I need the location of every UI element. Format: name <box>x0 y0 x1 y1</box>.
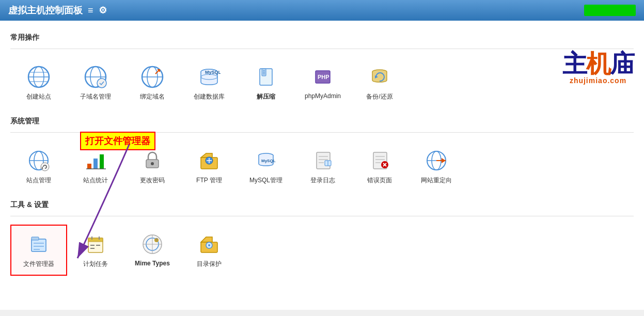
svg-point-79 <box>208 244 210 246</box>
extract-item[interactable]: 解压缩 <box>238 57 294 108</box>
section-sys-mgmt: 系统管理 站点管理 站点统计 更改密码 <box>10 117 634 192</box>
backup-label: 备份/还原 <box>366 92 392 101</box>
error-page-icon <box>367 148 392 173</box>
backup-item[interactable]: 备份/还原 <box>351 57 408 108</box>
site-stats-icon <box>83 148 108 173</box>
settings-icon[interactable]: ⚙ <box>99 5 107 16</box>
svg-rect-31 <box>93 159 98 169</box>
site-mgmt-icon <box>26 148 51 173</box>
app-title: 虚拟主机控制面板 <box>8 4 83 17</box>
create-site-icon <box>26 65 51 89</box>
dir-protect-label: 目录保护 <box>197 260 222 268</box>
logo-text: 主机庙 <box>562 52 634 76</box>
dir-protect-icon <box>197 232 222 257</box>
extract-label: 解压缩 <box>257 92 275 101</box>
logo-sub: zhujimiao.com <box>562 76 634 85</box>
create-site-item[interactable]: 创建站点 <box>10 57 67 108</box>
login-log-label: 登录日志 <box>310 176 335 185</box>
create-db-item[interactable]: MySQL 创建数据库 <box>181 57 238 108</box>
create-site-label: 创建站点 <box>26 92 51 101</box>
create-db-label: 创建数据库 <box>194 92 225 101</box>
logo-area: 主机庙 zhujimiao.com <box>562 52 634 85</box>
section-title-tools: 工具 & 设置 <box>10 200 634 210</box>
login-log-icon <box>310 148 335 173</box>
mime-types-icon <box>140 232 165 257</box>
bind-domain-label: 绑定域名 <box>140 92 165 101</box>
subdomain-item[interactable]: 子域名管理 <box>67 57 124 108</box>
section-common-ops: 常用操作 创建站点 子域名管理 绑定域名 <box>10 33 634 108</box>
svg-text:MySQL: MySQL <box>205 70 221 75</box>
create-db-icon: MySQL <box>197 65 222 89</box>
ftp-mgmt-item[interactable]: FTP 管理 <box>181 141 238 192</box>
change-pwd-label: 更改密码 <box>140 176 165 185</box>
subdomain-label: 子域名管理 <box>80 92 111 101</box>
dir-protect-item[interactable]: 目录保护 <box>181 225 238 276</box>
extract-icon <box>254 65 278 89</box>
svg-text:PHP: PHP <box>318 74 329 80</box>
bind-domain-item[interactable]: 绑定域名 <box>124 57 181 108</box>
site-mgmt-label: 站点管理 <box>26 176 51 185</box>
mime-types-label: Mime Types <box>135 260 170 267</box>
svg-point-9 <box>97 78 106 88</box>
divider-common <box>10 49 634 49</box>
svg-rect-61 <box>32 237 39 240</box>
file-manager-icon <box>26 232 51 257</box>
mime-types-item[interactable]: Mime Types <box>124 225 181 276</box>
phpmyadmin-icon: PHP <box>310 65 335 89</box>
subdomain-icon <box>83 65 108 89</box>
ftp-mgmt-icon <box>197 148 222 173</box>
cron-item[interactable]: 计划任务 <box>67 225 124 276</box>
menu-icon[interactable]: ≡ <box>88 5 93 16</box>
site-mgmt-item[interactable]: 站点管理 <box>10 141 67 192</box>
error-page-item[interactable]: 错误页面 <box>351 141 408 192</box>
bind-domain-icon <box>140 65 165 89</box>
phpmyadmin-label: phpMyAdmin <box>305 92 341 100</box>
status-bar <box>584 5 636 16</box>
tools-settings-grid: 文件管理器 计划任务 Mime Types 目录保护 <box>10 225 634 276</box>
change-pwd-icon <box>140 148 165 173</box>
divider-tools <box>10 216 634 216</box>
section-title-sys: 系统管理 <box>10 117 634 126</box>
annotation-box: 打开文件管理器 <box>80 132 155 150</box>
backup-icon <box>367 65 392 89</box>
redirect-label: 网站重定向 <box>421 176 452 185</box>
svg-rect-66 <box>88 238 103 242</box>
mysql-mgmt-label: MySQL管理 <box>249 176 282 185</box>
svg-rect-32 <box>100 154 104 169</box>
site-stats-label: 站点统计 <box>83 176 108 185</box>
error-page-label: 错误页面 <box>367 176 392 185</box>
svg-rect-30 <box>87 164 91 169</box>
cron-label: 计划任务 <box>83 260 108 268</box>
common-ops-grid: 创建站点 子域名管理 绑定域名 MySQL 创建数据库 <box>10 57 634 108</box>
svg-point-35 <box>151 162 154 165</box>
header: 虚拟主机控制面板 ≡ ⚙ <box>0 0 644 21</box>
redirect-item[interactable]: 网站重定向 <box>408 141 465 192</box>
login-log-item[interactable]: 登录日志 <box>294 141 351 192</box>
mysql-mgmt-icon: MySQL <box>254 148 278 173</box>
mysql-mgmt-item[interactable]: MySQL MySQL管理 <box>238 141 294 192</box>
section-title-common: 常用操作 <box>10 33 634 42</box>
file-manager-item[interactable]: 文件管理器 <box>10 225 67 276</box>
svg-text:MySQL: MySQL <box>261 159 276 163</box>
file-manager-label: 文件管理器 <box>23 260 54 268</box>
section-tools-settings: 工具 & 设置 文件管理器 计划任务 Mime Types <box>10 200 634 276</box>
header-left: 虚拟主机控制面板 ≡ ⚙ <box>8 4 107 17</box>
redirect-icon <box>424 148 449 173</box>
main-content: 主机庙 zhujimiao.com 打开文件管理器 常用操作 创建站点 <box>0 21 644 310</box>
phpmyadmin-item[interactable]: PHP phpMyAdmin <box>294 57 351 108</box>
cron-icon <box>83 232 108 257</box>
ftp-mgmt-label: FTP 管理 <box>196 176 222 185</box>
